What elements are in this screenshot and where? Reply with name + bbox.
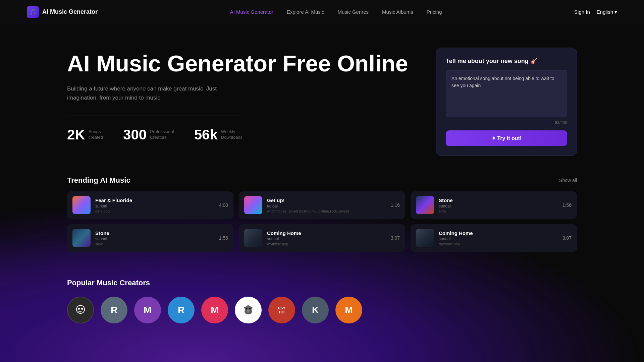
svg-point-10 — [249, 308, 251, 310]
avatar-label: M — [144, 305, 151, 315]
track-info: Coming Home sunoai rhythmic pop — [267, 230, 386, 246]
table-row[interactable]: Stone sunoai slow 1:56 — [67, 224, 233, 252]
track-duration: 3:07 — [562, 235, 572, 241]
table-row[interactable]: Coming Home sunoai rhythmic pop 3:07 — [239, 224, 405, 252]
track-creator: udioai — [267, 204, 386, 208]
svg-rect-4 — [80, 311, 82, 312]
creator-avatar[interactable]: R — [168, 297, 195, 323]
avatar-label: M — [211, 305, 218, 315]
track-info: Get up! udioai witch house, soviet post-… — [267, 197, 386, 213]
track-duration: 1:56 — [562, 202, 572, 208]
creator-avatar[interactable] — [67, 297, 94, 323]
track-thumbnail — [244, 229, 262, 247]
track-genre: dark pop — [95, 209, 214, 213]
svg-point-2 — [81, 308, 83, 310]
table-row[interactable]: Stone sunoai slow 1:56 — [411, 191, 577, 219]
track-title: Coming Home — [439, 230, 558, 236]
nav-link-ai-music-generator[interactable]: AI Music Generator — [230, 9, 273, 15]
track-thumbnail — [416, 229, 434, 247]
svg-point-8 — [245, 305, 252, 313]
track-creator: sunoai — [439, 237, 558, 241]
track-duration: 1:16 — [391, 202, 400, 208]
svg-point-9 — [246, 308, 248, 310]
main-section: AI Music Generator Free Online Building … — [0, 24, 644, 176]
generator-title: Tell me about your new song 🎸 — [446, 57, 567, 65]
stat-songs-number: 2K — [67, 127, 85, 143]
track-title: Stone — [439, 197, 558, 203]
creator-avatar[interactable] — [235, 297, 262, 323]
track-info: Stone sunoai slow — [439, 197, 558, 213]
nav-link-explore-ai-music[interactable]: Explore AI Music — [287, 9, 324, 15]
hero-title: AI Music Generator Free Online — [67, 51, 409, 76]
creator-avatar[interactable]: M — [335, 297, 362, 323]
track-duration: 4:00 — [219, 202, 228, 208]
avatar-label: R — [178, 305, 184, 315]
stat-songs-label: Songscreated — [89, 129, 103, 140]
track-creator: sunoai — [95, 237, 214, 241]
show-all-button[interactable]: Show all — [559, 178, 577, 183]
try-it-out-button[interactable]: ✦ Try it out! — [446, 130, 567, 146]
creator-avatar[interactable]: M — [201, 297, 228, 323]
nav-link-music-genres[interactable]: Music Genres — [338, 9, 369, 15]
table-row[interactable]: Fear & Fluoride sunoai dark pop 4:00 — [67, 191, 233, 219]
avatar-label: R — [111, 305, 117, 315]
svg-point-1 — [78, 308, 80, 310]
navbar: 🎵 AI Music Generator AI Music Generator … — [0, 0, 644, 24]
creator-avatar[interactable]: R — [101, 297, 127, 323]
divider — [67, 116, 241, 116]
avatar-label: K — [312, 305, 319, 315]
track-genre: rhythmic pop — [267, 242, 386, 246]
trending-title: Trending AI Music — [67, 176, 130, 185]
logo-icon: 🎵 — [27, 6, 39, 18]
nav-links: AI Music Generator Explore AI Music Musi… — [230, 9, 442, 15]
track-info: Stone sunoai slow — [95, 230, 214, 246]
creators-row: R M R M PSYHO K — [67, 297, 577, 323]
track-thumbnail — [244, 196, 262, 214]
creator-avatar[interactable]: K — [302, 297, 329, 323]
creators-title: Popular Music Creators — [67, 279, 577, 287]
avatar-label: M — [345, 305, 353, 315]
creators-section: Popular Music Creators R M R M — [0, 272, 644, 344]
track-thumbnail — [416, 196, 434, 214]
svg-point-11 — [247, 310, 250, 312]
nav-right: Sign In English ▾ — [574, 9, 617, 15]
table-row[interactable]: Get up! udioai witch house, soviet post-… — [239, 191, 405, 219]
language-label: English — [597, 9, 613, 15]
song-description-input[interactable]: An emotional song about not being able t… — [446, 70, 567, 117]
track-creator: sunoai — [267, 237, 386, 241]
track-title: Stone — [95, 230, 214, 236]
stat-songs: 2K Songscreated — [67, 127, 103, 143]
nav-link-pricing[interactable]: Pricing — [427, 9, 442, 15]
avatar-label: PSYHO — [278, 306, 285, 314]
stat-creators-number: 300 — [123, 127, 147, 143]
stat-creators-label: ProfessionalCreators — [150, 129, 174, 140]
track-title: Get up! — [267, 197, 386, 203]
track-thumbnail — [72, 229, 91, 247]
track-duration: 1:56 — [219, 235, 228, 241]
creator-avatar[interactable]: M — [134, 297, 161, 323]
stat-downloads-number: 56k — [194, 127, 218, 143]
table-row[interactable]: Coming Home sunoai rhythmic pop 3:07 — [411, 224, 577, 252]
stat-downloads: 56k WeeklyDownloads — [194, 127, 243, 143]
hero-section: AI Music Generator Free Online Building … — [67, 51, 409, 143]
music-grid: Fear & Fluoride sunoai dark pop 4:00 Get… — [67, 191, 577, 252]
logo[interactable]: 🎵 AI Music Generator — [27, 6, 98, 18]
trending-section: Trending AI Music Show all Fear & Fluori… — [0, 176, 644, 272]
hero-subtitle: Building a future where anyone can make … — [67, 84, 235, 102]
sign-in-button[interactable]: Sign In — [574, 9, 590, 15]
track-title: Coming Home — [267, 230, 386, 236]
track-thumbnail — [72, 196, 91, 214]
track-creator: sunoai — [439, 204, 558, 208]
track-genre: slow — [95, 242, 214, 246]
generator-card: Tell me about your new song 🎸 An emotion… — [436, 48, 577, 156]
nav-link-music-albums[interactable]: Music Albums — [382, 9, 413, 15]
language-button[interactable]: English ▾ — [597, 9, 617, 15]
track-title: Fear & Fluoride — [95, 197, 214, 203]
stat-creators: 300 ProfessionalCreators — [123, 127, 174, 143]
trending-header: Trending AI Music Show all — [67, 176, 577, 185]
creator-avatar[interactable]: PSYHO — [268, 297, 295, 323]
chevron-down-icon: ▾ — [614, 9, 617, 15]
char-count: 63/200 — [446, 120, 567, 125]
track-genre: slow — [439, 209, 558, 213]
track-genre: witch house, soviet post-punk,uplifting,… — [267, 209, 386, 213]
